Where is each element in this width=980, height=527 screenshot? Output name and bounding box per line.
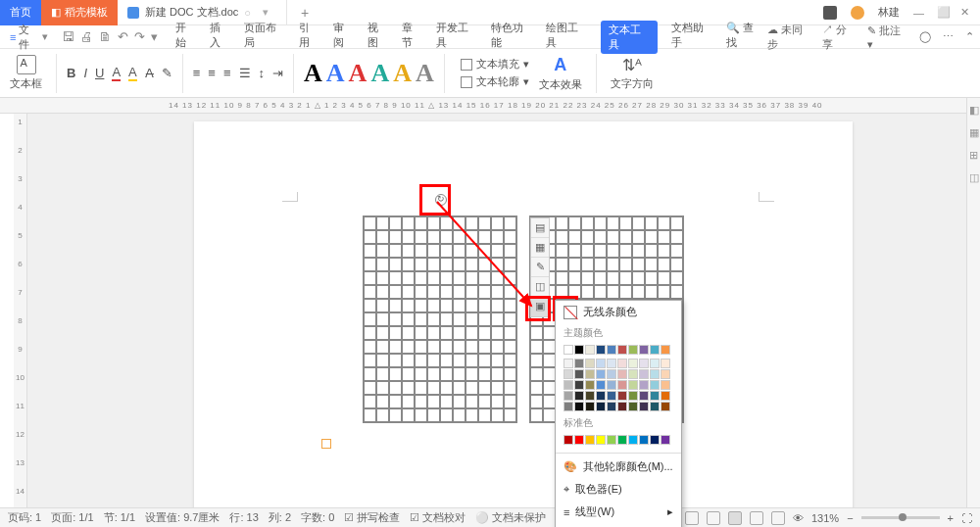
line-weight-item[interactable]: ≡线型(W)▸ [556,501,681,523]
color-swatch[interactable] [639,359,649,368]
status-pages[interactable]: 页面: 1/1 [51,510,93,525]
status-protect[interactable]: ⚪ 文档未保护 [475,510,546,525]
color-swatch[interactable] [564,369,573,379]
color-swatch[interactable] [564,402,573,411]
color-swatch[interactable] [607,345,616,355]
user-avatar[interactable] [851,6,864,20]
color-swatch[interactable] [607,391,616,401]
view-print-icon[interactable] [707,511,720,525]
menu-start[interactable]: 开始 [175,21,196,54]
indent-button[interactable]: ⇥ [272,66,283,80]
tab-template[interactable]: ◧ 稻壳模板 [41,0,118,25]
color-swatch[interactable] [585,359,595,368]
color-swatch[interactable] [596,359,606,368]
color-swatch[interactable] [628,359,638,368]
color-swatch[interactable] [585,345,595,355]
side-tool-1[interactable]: ▤ [531,218,549,238]
status-page[interactable]: 页码: 1 [8,510,41,525]
color-swatch[interactable] [607,402,616,411]
menu-layout[interactable]: 页面布局 [244,21,285,54]
app-menu[interactable]: ≡文件▾ [6,23,52,52]
view-fullscreen-icon[interactable] [685,511,699,525]
right-sidebar[interactable]: ◧ ▦ ⊞ ◫ [966,98,980,507]
menu-view[interactable]: 视图 [368,21,388,54]
color-swatch[interactable] [617,402,627,411]
view-web-icon[interactable] [771,511,785,525]
status-words[interactable]: 字数: 0 [301,510,334,525]
status-proof[interactable]: ☑ 文档校对 [410,510,466,525]
collapse-ribbon-icon[interactable]: ⌃ [965,30,974,43]
menu-feature[interactable]: 特色功能 [491,21,532,54]
wordart-gallery[interactable]: A A A A A A [304,59,434,88]
color-swatch[interactable] [661,359,670,368]
menu-dev[interactable]: 开发工具 [436,21,477,54]
line-spacing-button[interactable]: ↕ [259,66,266,80]
menu-ref[interactable]: 引用 [299,21,319,54]
color-swatch[interactable] [650,380,660,390]
qat-more-icon[interactable]: ▾ [151,29,158,44]
color-swatch[interactable] [661,380,670,390]
vertical-ruler[interactable]: 123 456 789 101112 131415 [14,114,27,507]
color-swatch[interactable] [661,345,670,355]
menu-review[interactable]: 审阅 [333,21,354,54]
color-swatch[interactable] [650,359,660,368]
color-swatch[interactable] [596,380,606,390]
color-swatch[interactable] [617,380,627,390]
color-swatch[interactable] [585,380,595,390]
tab-close-icon[interactable]: ▾ [263,6,269,19]
sync-status[interactable]: ☁ 未同步 [767,23,811,52]
rs-icon-1[interactable]: ◧ [969,104,979,117]
rs-icon-4[interactable]: ◫ [969,171,979,184]
color-swatch[interactable] [574,435,584,445]
help-icon[interactable]: ◯ [919,30,931,43]
share-button[interactable]: ↗ 分享 [822,23,856,52]
color-swatch[interactable] [639,369,649,379]
color-swatch[interactable] [564,359,573,368]
color-swatch[interactable] [639,402,649,411]
no-line-color-item[interactable]: 无线条颜色 [556,301,681,323]
color-swatch[interactable] [661,402,670,411]
text-effects-button[interactable]: A 文本效果 [535,55,586,92]
color-swatch[interactable] [617,435,627,445]
text-fill-button[interactable]: 文本填充 ▾ [461,57,529,72]
color-swatch[interactable] [661,369,670,379]
page-num-icon[interactable] [321,439,331,449]
document-page[interactable]: ▤ ▦ ✎ ◫ ▣ 无线条颜色 主题颜色 标准色 🎨其他轮廓颜 [194,121,853,513]
qat-preview-icon[interactable]: 🗎 [99,29,112,44]
color-swatch[interactable] [564,380,573,390]
zoom-slider[interactable] [861,516,940,519]
color-swatch[interactable] [628,435,638,445]
ribbon-textbox[interactable]: 文本框 [6,55,46,91]
notification-icon[interactable] [823,6,837,20]
color-swatch[interactable] [639,391,649,401]
window-close-icon[interactable]: ✕ [960,6,970,19]
horizontal-ruler[interactable]: 14 13 12 11 10 9 8 7 6 5 4 3 2 1 △ 1 2 3… [0,98,980,114]
color-swatch[interactable] [585,391,595,401]
qat-redo-icon[interactable]: ↷ [134,29,145,44]
color-swatch[interactable] [650,435,660,445]
color-swatch[interactable] [650,402,660,411]
color-swatch[interactable] [628,369,638,379]
text-outline-button[interactable]: 文本轮廓 ▾ [461,74,529,89]
color-swatch[interactable] [661,435,670,445]
color-swatch[interactable] [628,402,638,411]
rs-icon-3[interactable]: ⊞ [969,149,978,162]
color-swatch[interactable] [564,435,573,445]
more-icon[interactable]: ⋯ [943,30,954,43]
color-swatch[interactable] [574,345,584,355]
color-swatch[interactable] [617,369,627,379]
window-min-icon[interactable]: — [913,7,923,19]
text-direction-button[interactable]: ⇅ᴬ 文字方向 [607,56,658,91]
underline-button[interactable]: U [95,66,104,80]
color-swatch[interactable] [607,380,616,390]
side-tool-outline[interactable]: ▣ [531,297,549,316]
color-swatch[interactable] [639,345,649,355]
color-swatch[interactable] [574,369,584,379]
color-swatch[interactable] [585,369,595,379]
rotate-handle-icon[interactable] [435,194,447,206]
color-swatch[interactable] [650,369,660,379]
color-swatch[interactable] [574,402,584,411]
window-max-icon[interactable]: ⬜ [937,6,947,19]
color-swatch[interactable] [574,380,584,390]
new-tab-button[interactable]: + [287,5,322,21]
